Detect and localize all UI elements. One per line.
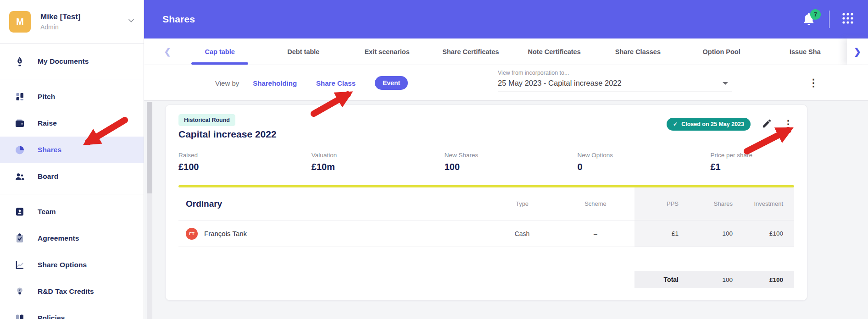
profile-text: Mike [Test] Admin <box>40 12 127 31</box>
view-option-shareholding[interactable]: Shareholding <box>253 79 297 87</box>
total-shares: 100 <box>690 271 744 288</box>
total-investment: £100 <box>744 271 794 288</box>
sidebar-item-board[interactable]: Board <box>0 163 144 190</box>
stat-price-per-share: Price per share £1 <box>710 152 794 172</box>
tab-label: Exit scenarios <box>364 48 409 55</box>
cell-scheme: – <box>556 220 634 247</box>
column-header-pps: PPS <box>634 187 690 220</box>
sidebar-item-rd-tax-credits[interactable]: R&D Tax Credits <box>0 278 144 305</box>
stat-valuation: Valuation £10m <box>312 152 445 172</box>
tabs-scroll-right-icon[interactable]: ❯ <box>847 38 868 65</box>
shareholder-name: François Tank <box>204 230 247 237</box>
filter-more-options-icon[interactable]: ⋮ <box>808 78 818 88</box>
sidebar: M Mike [Test] Admin My Documents <box>0 0 144 319</box>
apps-grid-icon[interactable] <box>841 12 854 27</box>
tab-share-classes[interactable]: Share Classes <box>596 38 679 65</box>
view-option-share-class[interactable]: Share Class <box>316 79 356 87</box>
sidebar-item-agreements[interactable]: Agreements <box>0 225 144 252</box>
tab-cap-table[interactable]: Cap table <box>178 38 262 65</box>
round-more-options-icon[interactable]: ⋮ <box>783 119 793 129</box>
stat-label: New Shares <box>445 152 578 159</box>
clipboard-check-icon <box>14 233 25 244</box>
pen-nib-icon <box>14 56 25 67</box>
tab-label: Cap table <box>205 48 234 55</box>
tab-bar: ❮ Cap table Debt table Exit scenarios Sh… <box>144 38 868 65</box>
wallet-icon <box>14 118 25 129</box>
main-area: Shares 7 ❮ Cap table Debt table Exit sce… <box>144 0 868 319</box>
stat-value: £100 <box>178 162 312 172</box>
round-type-badge: Historical Round <box>178 114 235 126</box>
share-table-header: Ordinary Type Scheme PPS Shares Investme… <box>178 187 794 220</box>
tiles-icon <box>14 91 25 102</box>
tab-issue-shares[interactable]: Issue Sha <box>763 38 847 65</box>
header-actions: 7 <box>801 11 854 28</box>
sidebar-divider <box>0 194 144 194</box>
sidebar-item-label: Team <box>38 208 56 216</box>
tabs-scroll-left-icon[interactable]: ❮ <box>157 38 178 65</box>
shareholder-cell: FT François Tank <box>178 220 488 247</box>
tab-label: Note Certificates <box>528 48 581 55</box>
sidebar-item-policies[interactable]: Policies <box>0 305 144 319</box>
sidebar-item-shares[interactable]: Shares <box>0 137 144 163</box>
user-profile[interactable]: M Mike [Test] Admin <box>0 0 144 44</box>
sidebar-divider <box>0 79 144 79</box>
person-badge-icon <box>14 206 25 217</box>
view-option-event-button[interactable]: Event <box>375 76 408 90</box>
stat-label: New Options <box>578 152 711 159</box>
tab-share-certificates[interactable]: Share Certificates <box>429 38 512 65</box>
header-divider <box>829 11 829 28</box>
sidebar-item-label: Share Options <box>38 261 87 269</box>
cell-investment: £100 <box>744 220 794 247</box>
tab-label: Debt table <box>287 48 319 55</box>
date-select-value: 25 May 2023 - Capital increase 2022 <box>498 79 723 88</box>
stat-label: Raised <box>178 152 312 159</box>
sidebar-item-my-documents[interactable]: My Documents <box>0 48 144 75</box>
profile-role: Admin <box>40 23 127 31</box>
vertical-scrollbar[interactable] <box>147 102 152 319</box>
sidebar-item-team[interactable]: Team <box>0 198 144 225</box>
chevron-down-icon[interactable] <box>127 16 135 27</box>
notifications-button[interactable]: 7 <box>801 11 817 28</box>
people-icon <box>14 171 25 182</box>
stat-label: Price per share <box>710 152 794 159</box>
share-class-group-name: Ordinary <box>178 187 488 220</box>
avatar: M <box>9 11 31 33</box>
sidebar-item-pitch[interactable]: Pitch <box>0 83 144 110</box>
notification-count-badge: 7 <box>810 9 821 20</box>
tab-note-certificates[interactable]: Note Certificates <box>512 38 596 65</box>
tab-label: Option Pool <box>703 48 740 55</box>
tab-debt-table[interactable]: Debt table <box>262 38 345 65</box>
total-label: Total <box>634 271 690 288</box>
sidebar-nav: My Documents Pitch Raise Shares <box>0 44 144 319</box>
tab-label: Share Certificates <box>442 48 499 55</box>
sidebar-item-raise[interactable]: Raise <box>0 110 144 137</box>
sidebar-item-label: Pitch <box>38 93 55 101</box>
status-badge: ✓ Closed on 25 May 2023 <box>667 118 751 131</box>
tab-exit-scenarios[interactable]: Exit scenarios <box>345 38 429 65</box>
tab-option-pool[interactable]: Option Pool <box>680 38 763 65</box>
pie-chart-icon <box>14 144 25 155</box>
sidebar-item-label: Shares <box>38 146 61 154</box>
shareholder-avatar: FT <box>186 228 198 240</box>
status-badge-label: Closed on 25 May 2023 <box>681 121 744 127</box>
sidebar-item-label: Agreements <box>38 234 79 242</box>
scrollbar-thumb[interactable] <box>147 102 152 193</box>
stat-new-shares: New Shares 100 <box>445 152 578 172</box>
table-row[interactable]: FT François Tank Cash – £1 100 £100 <box>178 220 794 247</box>
stat-value: 100 <box>445 162 578 172</box>
cell-shares: 100 <box>690 220 744 247</box>
sidebar-item-label: Board <box>38 172 58 181</box>
stat-value: £1 <box>710 162 794 172</box>
date-range-select[interactable]: View from incorporation to... 25 May 202… <box>498 70 732 92</box>
sidebar-item-label: R&D Tax Credits <box>38 287 94 296</box>
edit-pencil-icon[interactable] <box>762 118 772 131</box>
active-tab-underline <box>191 62 248 65</box>
view-by-group: View by Shareholding Share Class Event <box>215 65 408 101</box>
column-header-scheme: Scheme <box>556 187 634 220</box>
date-select-value-row: 25 May 2023 - Capital increase 2022 <box>498 79 732 92</box>
sidebar-item-share-options[interactable]: Share Options <box>0 252 144 278</box>
round-actions: ✓ Closed on 25 May 2023 ⋮ <box>667 118 793 131</box>
book-icon <box>14 313 25 319</box>
column-header-investment: Investment <box>744 187 794 220</box>
table-total-row: Total 100 £100 <box>178 271 794 288</box>
